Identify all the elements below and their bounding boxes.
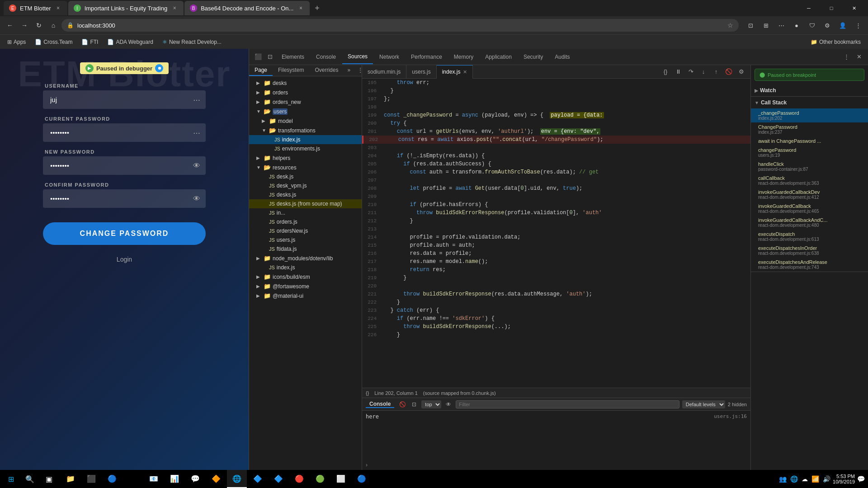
devtools-inspect-icon[interactable]: ⊡ [264,52,275,62]
devtools-close-icon[interactable]: ✕ [854,52,864,62]
call-stack-item-1[interactable]: ChangePassword index.js:237 [751,122,868,136]
change-password-button[interactable]: CHANGE PASSWORD [43,222,206,245]
bookmark-crossteam[interactable]: 📄 Cross.Team [31,38,76,46]
tab-base64[interactable]: B Base64 Decode and Encode - On... × [184,1,310,15]
home-button[interactable]: ⌂ [47,19,60,32]
call-stack-item-7[interactable]: invokeGuardedCallback react-dom.developm… [751,202,868,216]
taskbar-clock[interactable]: 5:53 PM 10/9/2019 [833,474,855,484]
bookmark-ada[interactable]: 📄 ADA Webguard [104,38,157,46]
new-tab-button[interactable]: + [311,2,323,14]
close-button[interactable]: ✕ [844,1,864,15]
tree-node-helpers[interactable]: ▶ 📁 helpers [249,153,362,163]
refresh-button[interactable]: ↻ [33,19,45,32]
back-button[interactable]: ← [4,19,16,32]
tree-node-resources[interactable]: ▼ 📂 resources [249,163,362,172]
tampermonkey-icon[interactable]: ⚙ [821,19,834,32]
tree-node-desks[interactable]: ▶ 📁 desks [249,78,362,88]
devtools-dock-icon[interactable]: ⬛ [253,52,264,62]
code-tab-index[interactable]: index.js ✕ [437,65,473,79]
taskbar-explorer[interactable]: 📁 [61,470,80,488]
taskbar-skype[interactable]: 💬 [185,470,205,488]
tray-wifi-icon[interactable]: 📶 [810,475,821,483]
tree-node-orders-new[interactable]: ▶ 📁 orders_new [249,97,362,107]
console-eye-icon[interactable]: 👁 [444,400,453,409]
taskbar-chrome[interactable]: 🌐 [227,470,247,488]
tree-node-environments[interactable]: ▶ JS environments.js [249,144,362,153]
taskbar-app6[interactable]: ⬜ [331,470,351,488]
tree-node-index-dotenv[interactable]: ▶ JS index.js [249,263,362,272]
console-source-ref[interactable]: users.js:16 [714,413,747,419]
kaspersky-icon[interactable]: 🛡 [806,19,818,32]
username-menu-icon[interactable]: ⋯ [193,95,200,104]
code-settings-icon[interactable]: ⚙ [736,66,747,77]
console-input[interactable] [370,462,747,468]
tab-sources[interactable]: Sources [342,50,373,64]
tree-node-fortawesome[interactable]: ▶ 📁 @fortawesome [249,282,362,291]
watch-header[interactable]: ▶ Watch [751,84,868,96]
tray-network-icon[interactable]: 🌐 [789,475,799,483]
tab-close-base64[interactable]: × [297,5,304,12]
tab-elements[interactable]: Elements [276,50,310,64]
code-tab-users[interactable]: users.js [406,65,436,79]
tab-network[interactable]: Network [374,50,405,64]
tab-equity[interactable]: I Important Links - Equity Trading × [68,1,184,15]
tree-node-icons[interactable]: ▶ 📁 icons/build/esm [249,272,362,282]
call-stack-item-0[interactable]: _changePassword index.js:202 [751,108,868,122]
tree-node-users-js[interactable]: ▶ JS users.js [249,235,362,244]
call-stack-item-4[interactable]: handleClick password-container.js:87 [751,160,868,174]
sub-tab-more[interactable]: » [344,65,354,76]
bookmark-react[interactable]: ⚛ New React Develop... [159,38,225,46]
bookmark-star-icon[interactable]: ☆ [727,22,733,29]
console-clear-icon[interactable]: 🚫 [398,400,407,409]
console-filter-icon[interactable]: ⊡ [410,400,419,409]
taskbar-app4[interactable]: 🔴 [289,470,309,488]
bookmark-fti[interactable]: 📄 FTI [78,38,102,46]
code-tab-sodium[interactable]: sodium.min.js [362,65,406,79]
console-level-select[interactable]: Default levels [682,400,725,408]
tab-close-etm[interactable]: × [55,5,62,12]
sub-tab-filesystem[interactable]: Filesystem [273,65,309,76]
current-password-input[interactable] [43,123,206,142]
taskbar-app2[interactable]: ★ [123,470,143,488]
call-stack-item-6[interactable]: invokeGuardedCallbackDev react-dom.devel… [751,188,868,202]
tab-console[interactable]: Console [311,50,341,64]
tree-node-node-modules[interactable]: ▶ 📁 node_modules/dotenv/lib [249,253,362,263]
tree-node-orders-new-js[interactable]: ▶ JS ordersNew.js [249,226,362,235]
new-password-input[interactable] [43,156,206,175]
sub-tab-page[interactable]: Page [249,65,273,76]
other-bookmarks[interactable]: 📁 Other bookmarks [807,38,864,46]
tab-close-equity[interactable]: × [171,5,178,12]
tree-node-orders[interactable]: ▶ 📁 orders [249,88,362,97]
windows-icon[interactable]: ⊞ [760,19,772,32]
call-stack-item-5[interactable]: callCallback react-dom.development.js:36… [751,174,868,188]
console-filter-input[interactable] [456,400,679,408]
call-stack-header[interactable]: ▼ Call Stack [751,97,868,108]
console-tab-label[interactable]: Console [366,401,394,408]
confirm-password-visibility-icon[interactable]: 👁 [193,195,200,203]
tab-performance[interactable]: Performance [406,50,448,64]
tree-node-desks-source-map[interactable]: ▶ JS desks.js (from source map) [249,199,362,208]
taskbar-vs[interactable]: 🔵 [352,470,372,488]
call-stack-item-3[interactable]: changePassword users.js:19 [751,145,868,160]
tab-application[interactable]: Application [480,50,517,64]
taskbar-mail[interactable]: 📧 [144,470,164,488]
extensions-icon[interactable]: ⊡ [744,19,757,32]
tray-volume-icon[interactable]: 🔊 [821,475,832,483]
tab-etm[interactable]: E ETM Blotter × [4,1,67,15]
call-stack-item-10[interactable]: executeDispatchesInOrder react-dom.devel… [751,244,868,258]
tree-node-in-dots[interactable]: ▶ JS in... [249,208,362,217]
code-format-icon[interactable]: {} [660,66,671,77]
current-password-menu-icon[interactable]: ⋯ [193,128,200,137]
taskbar-app3[interactable]: 🔶 [206,470,226,488]
resume-button[interactable]: ▶ [85,64,94,72]
file-tree-menu[interactable]: ⋮ [354,65,362,76]
code-deactivate-icon[interactable]: 🚫 [723,66,734,77]
bookmark-apps[interactable]: ⊞ Apps [4,38,29,46]
code-stepover-icon[interactable]: ↷ [685,66,696,77]
tree-node-desks-js[interactable]: ▶ JS desks.js [249,190,362,199]
tree-node-index-js[interactable]: ▶ JS index.js [249,135,362,144]
taskbar-terminal[interactable]: ⬛ [81,470,101,488]
code-pause-icon[interactable]: ⏸ [673,66,684,77]
tray-people-icon[interactable]: 👥 [778,475,788,483]
notification-icon[interactable]: 💬 [856,475,866,483]
